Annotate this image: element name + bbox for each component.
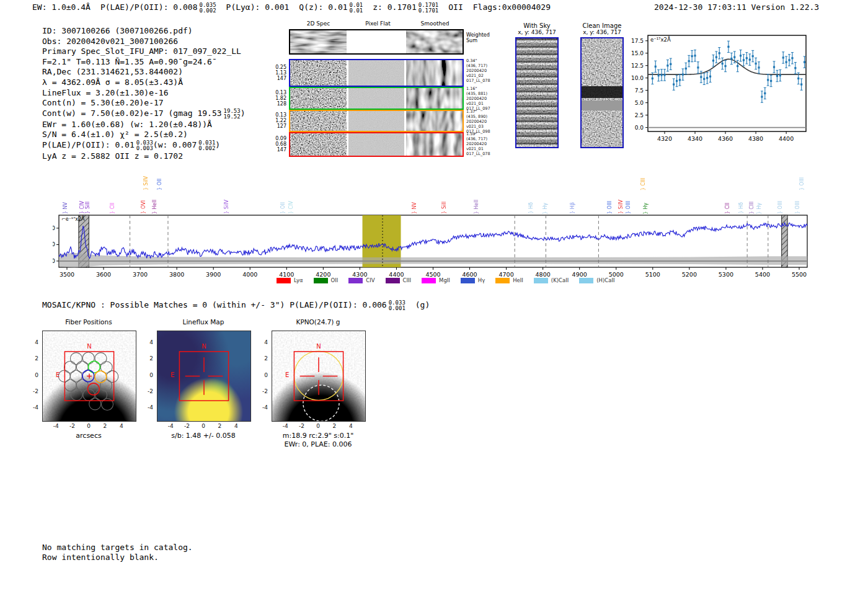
svg-text:10: 10 (53, 241, 55, 247)
stacked-limits: 19.5319.52 (224, 109, 241, 120)
svg-text:20: 20 (53, 225, 55, 231)
cutout-xtick: 4 (117, 423, 126, 429)
spec2d-left-label-3: 0.090.68147 (273, 136, 286, 153)
svg-text:17.5: 17.5 (631, 38, 644, 44)
cutout-xlabel-2: m:18.9 rc:2.9" s:0.1" (259, 432, 377, 440)
svg-text:3500: 3500 (60, 271, 74, 278)
info-line-3: F=2.1" T=0.113 N̄=1.35 A=0.90̄ g=24.6̄ (42, 57, 246, 68)
cutout-overlay: NE (272, 331, 365, 421)
spec2d-right-label-0: 0.34"(436, 717)20200420v021_02017_LL_078 (466, 58, 490, 83)
svg-text:5300: 5300 (719, 271, 733, 278)
info-seg: Primary Spec_Slot_IFU_AMP: 017_097_022_L… (42, 47, 241, 56)
line-label-wrap-9: } OII (279, 0, 288, 214)
legend-item-1: OII (314, 277, 339, 283)
clean-dark-band (582, 86, 622, 98)
svg-text:3800: 3800 (169, 271, 184, 278)
header-seg-3: Q(z): 0.010.010.01 (299, 2, 363, 12)
svg-text:5200: 5200 (682, 271, 697, 278)
info-line-7: Cont(n) = 5.30(±0.20)e-17 (42, 98, 246, 109)
line-label-oii: } OII (157, 179, 162, 190)
info-line-4: RA,Dec (231.314621,53.844002) (42, 67, 246, 78)
mosaic-seg-1: (g) (415, 300, 430, 309)
cutout-xtick: 0 (313, 423, 323, 429)
cutout-ytick: 0 (143, 372, 153, 378)
noise-texture (406, 30, 463, 53)
legend-swatch (348, 278, 363, 283)
legend-label: CIV (366, 277, 374, 283)
header-timestamp-version: 2024-12-30 17:03:11 Version 1.22.3 (654, 2, 819, 12)
legend-item-2: CIV (348, 277, 374, 283)
info-seg: RA,Dec (231.314621,53.844002) (42, 67, 183, 76)
svg-text:5500: 5500 (792, 271, 807, 278)
cutout-ytick: -4 (29, 404, 38, 411)
header-seg-2: P(Lyα): 0.001 (226, 2, 290, 12)
svg-text:5100: 5100 (645, 271, 660, 278)
legend-label: HeII (513, 277, 523, 283)
info-seg: Cont(w) = 7.50(±0.02)e-17 (gmag 19.5319.… (42, 109, 241, 118)
header-seg-6: Flags:0x00004029 (473, 2, 551, 12)
cutout-ytick: -2 (143, 388, 153, 394)
spec2d-row-2 (289, 110, 464, 132)
spec2d-pixelflat-cell (348, 88, 405, 109)
svg-text:4380: 4380 (748, 135, 763, 142)
info-line-12: LyA z = 2.5882 OII z = 0.1702 (42, 151, 246, 162)
info-line-6: LineFlux = 3.20(±1.30)e-16 (42, 88, 246, 99)
spec2d-pixelflat-cell (348, 111, 405, 131)
sky-panel-title-0: With Sky (506, 22, 568, 29)
info-seg: LineFlux = 3.20(±1.30)e-16 (42, 88, 169, 97)
spec2d-smoothed-cell (406, 60, 463, 86)
header-summary-line: EW: 1.0±0.4ÅP(LAE)/P(OII): 0.0080.0350.0… (32, 2, 560, 14)
spec2d-pixelflat-cell (348, 60, 405, 86)
line-fit-plot-svg: 432043404360438044000.02.55.07.510.012.5… (623, 31, 809, 146)
cutout-xtick: 0 (198, 423, 208, 429)
full-spectrum-svg: 3500360037003800390040004100420043004400… (53, 211, 815, 279)
noise-texture (348, 133, 405, 156)
legend-item-6: HeII (495, 277, 523, 283)
weighted-smoothed-cell (406, 30, 463, 53)
cutout-xtick: 0 (84, 423, 94, 429)
legend-item-3: CIII (386, 277, 411, 283)
info-line-5: λ = 4362.09Å σ = 8.05(±3.43)Å (42, 78, 246, 88)
sky-panel-subtitle-0: x, y: 436, 717 (506, 29, 568, 35)
legend-label: (H)CaII (596, 277, 614, 283)
footer-line-1: No matching targets in catalog. (42, 543, 193, 553)
svg-text:N: N (202, 343, 206, 350)
cutout-xtick: -2 (297, 423, 307, 429)
svg-text:15.0: 15.0 (631, 50, 644, 56)
cutout-title-2: KPNO(24.7) g (265, 318, 371, 326)
cutout-ytick: 2 (29, 355, 38, 362)
mosaic-seg-0: MOSAIC/KPNO : Possible Matches = 0 (with… (42, 300, 405, 309)
legend-swatch (422, 278, 436, 283)
spec2d-raw-cell (290, 111, 347, 131)
svg-text:4360: 4360 (718, 135, 733, 142)
cutout-xtick: -4 (166, 423, 175, 429)
cutout-ytick: 0 (258, 372, 268, 378)
spec2d-row-0 (289, 59, 464, 87)
svg-text:E: E (170, 371, 174, 378)
legend-swatch (579, 278, 593, 283)
weighted-2dspec-cell (290, 30, 347, 53)
noise-texture (406, 60, 463, 86)
cutout-ytick: 4 (143, 339, 153, 345)
stacked-limits: 0.0350.002 (199, 2, 216, 14)
spec2d-raw-cell (290, 88, 347, 109)
spec2d-raw-cell (290, 133, 347, 156)
spec2d-raw-cell (290, 60, 347, 86)
svg-text:0.0: 0.0 (635, 125, 644, 131)
spec2d-right-label-1: 1.16"(435, 881)20200420v021_01017_LL_097 (466, 86, 490, 111)
info-seg: EWr = 1.60(±0.68) (w: 1.20(±0.48))Å (42, 120, 212, 129)
info-seg: ID: 3007100266 (3007100266.pdf) (42, 26, 193, 35)
weighted-sum-label: Weighted Sum (466, 32, 491, 43)
legend-label: Hγ (478, 277, 485, 283)
cutout-ytick: -2 (29, 388, 38, 394)
svg-text:E: E (285, 371, 289, 378)
noise-texture (348, 88, 405, 109)
clean-gray-band (582, 100, 622, 110)
catalog-match-line: MOSAIC/KPNO : Possible Matches = 0 (with… (42, 300, 440, 311)
footer-line-2: Row intentionally blank. (42, 553, 193, 562)
kpno-g-cutout: NE (272, 331, 366, 422)
spec2d-col-header-1: Pixel Flat (348, 20, 407, 27)
cutout-xtick: -2 (182, 423, 192, 429)
legend-label: MgII (439, 277, 450, 283)
clean-image (580, 37, 624, 148)
